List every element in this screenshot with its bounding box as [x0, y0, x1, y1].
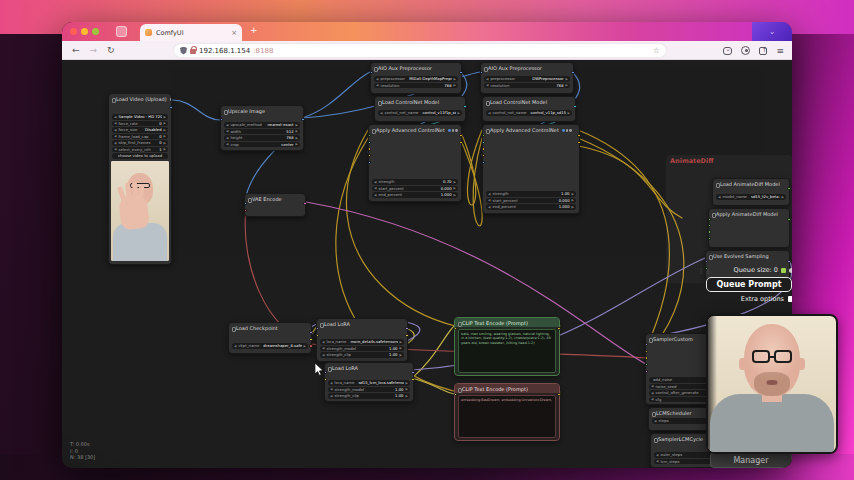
- node-load-lora-2[interactable]: Load LoRA ◀lora_namesd15_lcm_lora.safete…: [324, 362, 414, 402]
- output-port[interactable]: [787, 218, 790, 221]
- window-minimize-icon[interactable]: [81, 28, 88, 35]
- window-close-icon[interactable]: [70, 28, 77, 35]
- tab-overflow-chevron[interactable]: ⌄: [752, 22, 792, 41]
- output-port[interactable]: [577, 134, 580, 137]
- queue-prompt-button[interactable]: Queue Prompt: [706, 277, 792, 292]
- stepper-right-icon[interactable]: ▶: [164, 147, 166, 151]
- widget-strength-clip[interactable]: ◀strength_clip1.00▶: [328, 393, 410, 399]
- input-port[interactable]: [645, 343, 648, 346]
- widget-height[interactable]: ◀height768▶: [224, 135, 300, 141]
- widget-video-file[interactable]: ◀Sample Video - HD 720p.mp4▶: [112, 114, 168, 120]
- stepper-left-icon[interactable]: ◀: [322, 353, 324, 357]
- account-icon[interactable]: [741, 46, 750, 55]
- widget-resolution[interactable]: ◀resolution768▶: [484, 83, 570, 89]
- stepper-left-icon[interactable]: ◀: [376, 77, 378, 81]
- webcam-overlay[interactable]: [706, 314, 838, 454]
- stepper-left-icon[interactable]: ◀: [330, 394, 332, 398]
- stepper-right-icon[interactable]: ▶: [164, 121, 166, 125]
- stepper-left-icon[interactable]: ◀: [226, 136, 228, 140]
- pocket-icon[interactable]: [723, 47, 732, 55]
- stepper-right-icon[interactable]: ▶: [454, 193, 456, 197]
- node-apply-advanced-controlnet-right[interactable]: Apply Advanced ControlNet ◀strength1.00▶…: [482, 124, 580, 214]
- node-title[interactable]: Apply Advanced ControlNet: [369, 125, 461, 134]
- extension-icon[interactable]: [116, 26, 127, 37]
- node-aio-preprocessor-depth[interactable]: AIO Aux Preprocessor ◀preprocessorMiDaS-…: [370, 62, 462, 94]
- stepper-left-icon[interactable]: ◀: [486, 77, 488, 81]
- node-title[interactable]: VAE Encode: [245, 194, 305, 203]
- widget-preprocessor[interactable]: ◀preprocessorMiDaS-DepthMapPreprocessor▶: [374, 76, 458, 82]
- stepper-left-icon[interactable]: ◀: [374, 193, 376, 197]
- stepper-left-icon[interactable]: ◀: [114, 128, 116, 132]
- node-title[interactable]: Load LoRA: [325, 363, 413, 372]
- input-port[interactable]: [454, 327, 457, 330]
- node-load-checkpoint[interactable]: Load Checkpoint ◀ckpt_namedreamshaper_8.…: [228, 322, 312, 354]
- node-upscale-image[interactable]: Upscale Image ◀upscale_methodnearest-exa…: [220, 105, 304, 151]
- stepper-right-icon[interactable]: ▶: [296, 129, 298, 133]
- node-apply-advanced-controlnet-left[interactable]: Apply Advanced ControlNet ◀strength0.70▶…: [368, 124, 462, 202]
- stepper-right-icon[interactable]: ▶: [296, 123, 298, 127]
- stepper-right-icon[interactable]: ▶: [400, 340, 402, 344]
- stepper-left-icon[interactable]: ◀: [234, 344, 236, 348]
- widget-ckpt-name[interactable]: ◀ckpt_namedreamshaper_8.safetensors▶: [232, 343, 308, 349]
- stepper-right-icon[interactable]: ▶: [458, 111, 460, 115]
- node-clip-text-encode-positive[interactable]: CLIP Text Encode (Prompt) bald, man smil…: [454, 317, 560, 376]
- node-title[interactable]: CLIP Text Encode (Prompt): [455, 318, 559, 327]
- input-port[interactable]: [316, 327, 319, 330]
- url-input[interactable]: 192.168.1.154 :8188 ☆: [174, 44, 666, 57]
- stepper-left-icon[interactable]: ◀: [651, 384, 653, 388]
- stepper-left-icon[interactable]: ◀: [114, 115, 116, 119]
- stepper-right-icon[interactable]: ▶: [296, 142, 298, 146]
- output-port[interactable]: [557, 393, 560, 396]
- widget-select-every-nth[interactable]: ◀select_every_nth1▶: [112, 147, 168, 153]
- input-port[interactable]: [645, 356, 648, 359]
- tab-comfyui[interactable]: ComfyUI ×: [140, 24, 242, 41]
- node-title[interactable]: Load AnimateDiff Model: [713, 179, 789, 188]
- widget-model-name[interactable]: ◀model_namesd15_t2v_beta.ckpt▶: [716, 194, 786, 200]
- stepper-left-icon[interactable]: ◀: [656, 459, 658, 463]
- node-load-lora-1[interactable]: Load LoRA ◀lora_namemore_details.safeten…: [316, 318, 408, 362]
- widget-controlnet-name[interactable]: ◀control_net_namecontrol_v11p_sd15_openp…: [486, 110, 572, 116]
- node-apply-animatediff-model[interactable]: Apply AnimateDiff Model: [708, 208, 790, 248]
- widget-lora-name[interactable]: ◀lora_namesd15_lcm_lora.safetensors▶: [328, 380, 410, 386]
- widget-strength-model[interactable]: ◀strength_model1.00▶: [328, 387, 410, 393]
- stepper-left-icon[interactable]: ◀: [114, 121, 116, 125]
- stepper-right-icon[interactable]: ▶: [164, 128, 166, 132]
- input-port[interactable]: [708, 224, 711, 227]
- node-title[interactable]: Load LoRA: [317, 319, 407, 328]
- input-port[interactable]: [645, 370, 648, 373]
- manager-button[interactable]: Manager: [710, 452, 792, 468]
- stepper-left-icon[interactable]: ◀: [330, 381, 332, 385]
- node-vae-encode[interactable]: VAE Encode: [244, 193, 306, 217]
- input-port[interactable]: [482, 154, 485, 157]
- forward-button[interactable]: →: [90, 45, 98, 55]
- stepper-right-icon[interactable]: ▶: [454, 83, 456, 87]
- output-port[interactable]: [411, 371, 414, 374]
- node-title[interactable]: Load Video (Upload): [109, 94, 171, 103]
- stepper-right-icon[interactable]: ▶: [406, 387, 408, 391]
- widget-force-size[interactable]: ◀force_sizeDisabled▶: [112, 127, 168, 133]
- bookmark-star-icon[interactable]: ☆: [653, 46, 660, 55]
- stepper-right-icon[interactable]: ▶: [566, 77, 568, 81]
- node-title[interactable]: Load Checkpoint: [229, 323, 311, 332]
- widget-crop[interactable]: ◀cropcenter▶: [224, 142, 300, 148]
- stepper-right-icon[interactable]: ▶: [454, 77, 456, 81]
- widget-end-percent[interactable]: ◀end_percent1.000▶: [372, 192, 458, 198]
- input-port[interactable]: [708, 230, 711, 233]
- stepper-right-icon[interactable]: ▶: [782, 195, 784, 199]
- stepper-left-icon[interactable]: ◀: [226, 123, 228, 127]
- shield-icon[interactable]: [180, 47, 187, 55]
- widget-controlnet-name[interactable]: ◀control_net_namecontrol_v11f1p_sd15_dep…: [378, 110, 462, 116]
- output-port[interactable]: [405, 334, 408, 337]
- node-aio-preprocessor-pose[interactable]: AIO Aux Preprocessor ◀preprocessorDWPrep…: [480, 62, 574, 94]
- extra-options-checkbox[interactable]: [788, 296, 792, 302]
- insecure-lock-icon[interactable]: [190, 49, 196, 54]
- input-port[interactable]: [645, 350, 648, 353]
- stepper-left-icon[interactable]: ◀: [374, 186, 376, 190]
- widget-frame-load-cap[interactable]: ◀frame_load_cap0▶: [112, 134, 168, 140]
- widget-skip-first-frames[interactable]: ◀skip_first_frames0▶: [112, 140, 168, 146]
- output-port[interactable]: [459, 71, 462, 74]
- stepper-right-icon[interactable]: ▶: [304, 344, 306, 348]
- window-zoom-icon[interactable]: [92, 28, 99, 35]
- output-port[interactable]: [787, 187, 790, 190]
- stepper-right-icon[interactable]: ▶: [568, 111, 570, 115]
